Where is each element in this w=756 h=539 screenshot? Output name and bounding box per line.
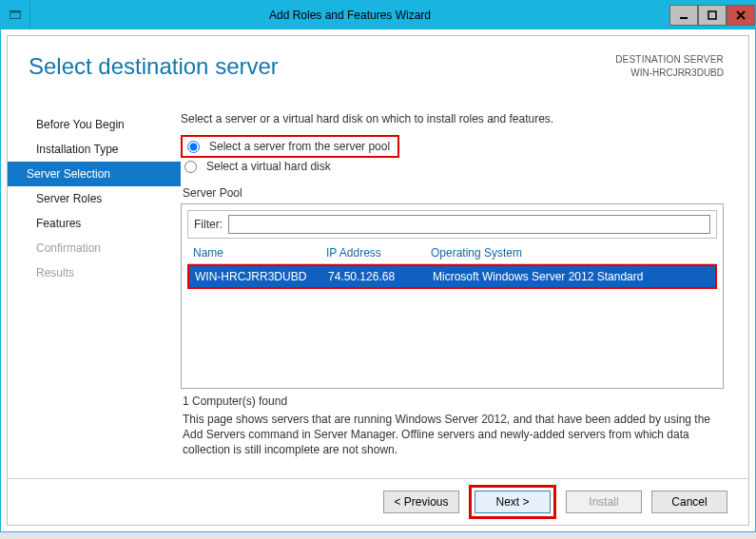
table-body: WIN-HRCJRR3DUBD 74.50.126.68 Microsoft W… xyxy=(187,264,717,388)
cell-name: WIN-HRCJRR3DUBD xyxy=(195,270,328,283)
computer-count: 1 Computer(s) found xyxy=(183,395,724,408)
window-controls xyxy=(669,6,755,26)
col-os[interactable]: Operating System xyxy=(431,246,711,260)
svg-rect-1 xyxy=(10,11,21,13)
content-area: Select a server or a virtual hard disk o… xyxy=(181,103,748,479)
server-pool-box: Filter: Name IP Address Operating System xyxy=(181,203,724,389)
radio-server-pool-highlight: Select a server from the server pool xyxy=(181,135,399,158)
filter-row: Filter: xyxy=(187,210,717,239)
minimize-button[interactable] xyxy=(669,5,698,26)
radio-vhd-label: Select a virtual hard disk xyxy=(206,160,331,173)
radio-server-pool-label: Select a server from the server pool xyxy=(209,140,390,153)
filter-input[interactable] xyxy=(228,215,710,234)
nav-confirmation: Confirmation xyxy=(8,236,181,260)
maximize-button[interactable] xyxy=(698,5,727,26)
page-note: This page shows servers that are running… xyxy=(183,412,722,457)
window-title: Add Roles and Features Wizard xyxy=(30,9,669,22)
table-header: Name IP Address Operating System xyxy=(187,246,717,264)
nav-server-roles[interactable]: Server Roles xyxy=(8,186,181,211)
previous-button[interactable]: < Previous xyxy=(383,491,459,513)
destination-block: DESTINATION SERVER WIN-HRCJRR3DUBD xyxy=(615,53,724,80)
radio-vhd[interactable] xyxy=(184,161,197,173)
table-row[interactable]: WIN-HRCJRR3DUBD 74.50.126.68 Microsoft W… xyxy=(189,266,715,287)
server-pool-label: Server Pool xyxy=(183,186,724,200)
col-name[interactable]: Name xyxy=(193,246,326,260)
cell-os: Microsoft Windows Server 2012 Standard xyxy=(433,270,709,283)
svg-rect-3 xyxy=(708,11,716,19)
next-button[interactable]: Next > xyxy=(475,491,551,513)
radio-server-pool[interactable] xyxy=(187,141,200,153)
nav-features[interactable]: Features xyxy=(8,211,181,236)
destination-value: WIN-HRCJRR3DUBD xyxy=(615,67,724,80)
close-button[interactable] xyxy=(727,5,755,26)
wizard-footer: < Previous Next > Install Cancel xyxy=(8,478,748,525)
cancel-button[interactable]: Cancel xyxy=(651,491,727,513)
destination-label: DESTINATION SERVER xyxy=(615,53,724,67)
page-title: Select destination server xyxy=(29,53,279,80)
wizard-nav: Before You Begin Installation Type Serve… xyxy=(8,103,181,479)
cell-ip: 74.50.126.68 xyxy=(328,270,433,283)
wizard-body: Select destination server DESTINATION SE… xyxy=(7,35,749,526)
next-button-highlight: Next > xyxy=(469,485,556,519)
nav-before-you-begin[interactable]: Before You Begin xyxy=(8,112,181,137)
instruction-text: Select a server or a virtual hard disk o… xyxy=(181,112,724,125)
wizard-window: Add Roles and Features Wizard Select des… xyxy=(0,0,756,532)
col-ip[interactable]: IP Address xyxy=(326,246,431,260)
install-button: Install xyxy=(566,491,642,513)
selected-row-highlight: WIN-HRCJRR3DUBD 74.50.126.68 Microsoft W… xyxy=(187,264,717,289)
titlebar: Add Roles and Features Wizard xyxy=(1,1,755,29)
filter-label: Filter: xyxy=(194,218,223,231)
nav-results: Results xyxy=(8,260,181,285)
nav-server-selection[interactable]: Server Selection xyxy=(8,162,181,186)
nav-installation-type[interactable]: Installation Type xyxy=(8,137,181,162)
app-icon xyxy=(1,1,30,29)
